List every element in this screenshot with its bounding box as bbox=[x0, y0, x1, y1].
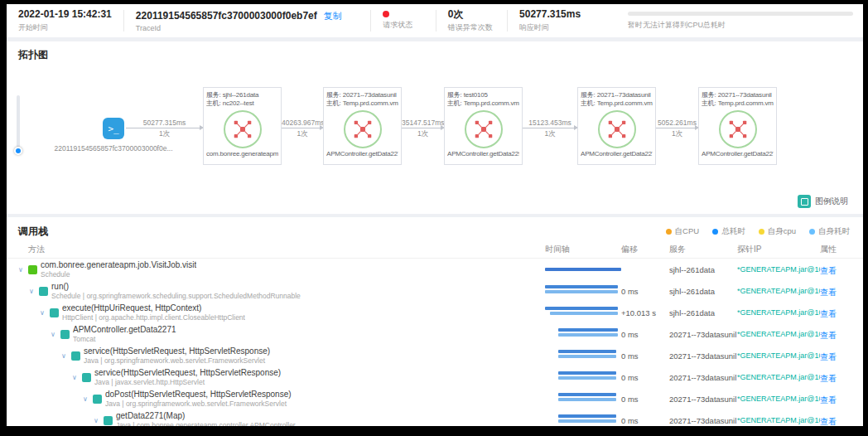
topology-node[interactable]: 服务: sjhl--261data 主机: nc202--test com.bo… bbox=[203, 87, 282, 165]
view-attributes-link[interactable]: 查看 bbox=[820, 374, 837, 383]
method-name: run() bbox=[51, 282, 301, 291]
view-attributes-link[interactable]: 查看 bbox=[820, 395, 837, 405]
entry-terminal-icon[interactable]: >_ bbox=[103, 118, 124, 139]
call-stack-rows: ∨ com.bonree.generateapm.job.VisitJob.vi… bbox=[7, 259, 863, 426]
call-stack-row[interactable]: ∨ com.bonree.generateapm.job.VisitJob.vi… bbox=[7, 259, 863, 280]
call-stack-row[interactable]: ∨ service(HttpServletRequest, HttpServle… bbox=[7, 345, 863, 366]
edge-count: 1次 bbox=[402, 128, 444, 138]
timeline-bar bbox=[545, 307, 618, 310]
chevron-down-icon[interactable]: ∨ bbox=[27, 288, 36, 295]
stat-request-status: 请求状态 bbox=[371, 4, 436, 37]
call-stack-row[interactable]: ∨ doPost(HttpServletRequest, HttpServlet… bbox=[7, 388, 863, 409]
probe-ip-link[interactable]: *GENERATEAPM.jar@10.241.3.204 bbox=[737, 395, 820, 403]
timeline-bars bbox=[545, 280, 621, 302]
topology-node[interactable]: 服务: 20271--73datasunil 主机: Temp.prd.comm… bbox=[698, 87, 777, 165]
method-name: service(HttpServletRequest, HttpServletR… bbox=[84, 346, 270, 356]
legend-item: 自身cpu bbox=[759, 226, 796, 237]
zoom-slider-track[interactable] bbox=[17, 95, 20, 153]
method-name: doPost(HttpServletRequest, HttpServletRe… bbox=[105, 390, 292, 399]
topology-node[interactable]: 服务: test0105 主机: Temp.prd.comm.vm.by.idc… bbox=[444, 87, 523, 165]
method-detail: Java | com.bonree.generateapm.controller… bbox=[116, 421, 296, 426]
legend-label: 自CPU bbox=[675, 226, 700, 237]
view-attributes-link[interactable]: 查看 bbox=[820, 288, 837, 297]
probe-ip-link[interactable]: *GENERATEAPM.jar@10.241.3.204 bbox=[737, 373, 820, 381]
error-count-value: 0次 bbox=[448, 8, 495, 20]
service-name: 20271--73datasunil bbox=[669, 373, 737, 382]
probe-ip-link[interactable]: *GENERATEAPM.jar@10.241.3.204 bbox=[737, 416, 820, 424]
trace-summary-bar: 2022-01-19 15:42:31 开始时间 220119154565857… bbox=[7, 4, 863, 37]
edge-duration: 15123.453ms bbox=[523, 118, 577, 128]
view-attributes-link[interactable]: 查看 bbox=[820, 352, 837, 361]
column-offset: 偏移 bbox=[621, 244, 669, 255]
node-service: 服务: 20271--73datasunil bbox=[702, 91, 774, 99]
view-attributes-link[interactable]: 查看 bbox=[820, 417, 837, 426]
probe-ip-link[interactable]: *GENERATEAPM.jar@10.241.3.202 bbox=[737, 308, 820, 317]
column-probe-ip: 探针IP bbox=[737, 244, 820, 255]
offset-value: +10.013 s bbox=[621, 308, 669, 317]
chevron-down-icon[interactable]: ∨ bbox=[60, 352, 68, 360]
timeline-bars bbox=[545, 409, 621, 426]
legend-help-button[interactable]: 图例说明 bbox=[798, 195, 848, 208]
timeline-bars bbox=[545, 302, 621, 323]
chevron-down-icon[interactable]: ∨ bbox=[70, 374, 79, 381]
method-cell: ∨ run() Schedule | org.springframework.s… bbox=[7, 280, 545, 302]
view-attributes-link[interactable]: 查看 bbox=[820, 309, 837, 318]
column-timeline: 时间轴 bbox=[545, 244, 621, 255]
timeline-bars bbox=[545, 366, 621, 388]
probe-ip-link[interactable]: *GENERATEAPM.jar@10.241.3.204 bbox=[737, 351, 820, 360]
call-stack-row[interactable]: ∨ service(HttpServletRequest, HttpServle… bbox=[7, 366, 863, 388]
method-detail: Java | org.springframework.web.servlet.F… bbox=[105, 400, 292, 408]
call-stack-row[interactable]: ∨ APMController.getData2271 Tomcat 0 ms … bbox=[7, 323, 863, 345]
method-cell: ∨ APMController.getData2271 Tomcat bbox=[7, 323, 545, 345]
view-attributes-link[interactable]: 查看 bbox=[820, 266, 837, 275]
method-cell: ∨ doPost(HttpServletRequest, HttpServlet… bbox=[7, 388, 545, 409]
service-topology-icon bbox=[606, 119, 628, 140]
topology-edge: 35147.517ms 1次 bbox=[402, 118, 444, 138]
call-stack-row[interactable]: ∨ execute(HttpUriRequest, HttpContext) H… bbox=[7, 302, 863, 323]
node-method: APMController.getData2271 bbox=[326, 150, 398, 157]
method-cell: ∨ getData2271(Map) Java | com.bonree.gen… bbox=[7, 409, 545, 426]
call-stack-header-row: 方法 时间轴 偏移 服务 探针IP 属性 bbox=[7, 240, 863, 259]
stat-trace-id: 220119154565857fc3700003000f0eb7ef 复制 Tr… bbox=[124, 4, 370, 37]
topology-node[interactable]: 服务: 20271--73datasunil 主机: Temp.prd.comm… bbox=[323, 87, 402, 165]
call-stack-row[interactable]: ∨ getData2271(Map) Java | com.bonree.gen… bbox=[7, 409, 863, 426]
chevron-down-icon[interactable]: ∨ bbox=[49, 331, 57, 338]
service-name: sjhl--261data bbox=[669, 308, 737, 317]
node-service: 服务: 20271--73datasunil bbox=[326, 91, 398, 99]
legend-dot bbox=[666, 229, 672, 235]
method-detail: Schedule bbox=[41, 270, 196, 279]
legend-dot bbox=[712, 229, 718, 235]
node-host: 主机: Temp.prd.comm.vm.by.idc.b... bbox=[447, 99, 519, 108]
chevron-down-icon[interactable]: ∨ bbox=[81, 395, 89, 403]
offset-value: 0 ms bbox=[621, 351, 669, 361]
legend-dot bbox=[809, 229, 815, 235]
node-method: APMController.getData2273 bbox=[702, 150, 774, 157]
probe-ip-link[interactable]: *GENERATEAPM.jar@10.241.3.204 bbox=[737, 330, 820, 338]
offset-value: 0 ms bbox=[621, 373, 669, 382]
chevron-down-icon[interactable]: ∨ bbox=[92, 417, 100, 424]
edge-arrow bbox=[656, 128, 698, 128]
view-attributes-link[interactable]: 查看 bbox=[820, 331, 837, 340]
method-name: APMController.getData2271 bbox=[73, 325, 176, 334]
edge-arrow bbox=[126, 128, 203, 128]
cpu-progress-bar bbox=[628, 12, 853, 16]
chevron-down-icon[interactable]: ∨ bbox=[17, 266, 25, 274]
stat-error-count: 0次 错误异常次数 bbox=[436, 4, 507, 37]
topology-node[interactable]: 服务: 20271--73datasunil 主机: Temp.prd.comm… bbox=[577, 87, 656, 165]
node-health-ring bbox=[719, 110, 757, 148]
legend-label: 总耗时 bbox=[721, 226, 745, 237]
zoom-slider-handle[interactable] bbox=[14, 147, 22, 155]
probe-ip-link[interactable]: *GENERATEAPM.jar@10.241.3.202 bbox=[737, 287, 820, 295]
method-type-icon bbox=[28, 265, 37, 274]
copy-trace-id-link[interactable]: 复制 bbox=[324, 10, 342, 22]
service-name: 20271--73datasunil bbox=[669, 351, 737, 361]
timeline-bar bbox=[558, 350, 617, 353]
chevron-down-icon[interactable]: ∨ bbox=[38, 309, 46, 317]
timeline-bar bbox=[558, 328, 619, 332]
offset-value: 0 ms bbox=[621, 395, 669, 404]
probe-ip-link[interactable]: *GENERATEAPM.jar@10.241.3.202 bbox=[737, 265, 820, 274]
service-name: sjhl--261data bbox=[669, 287, 737, 296]
edge-duration: 5052.261ms bbox=[656, 118, 698, 128]
call-stack-row[interactable]: ∨ run() Schedule | org.springframework.s… bbox=[7, 280, 863, 302]
call-stack-title: 调用栈 bbox=[18, 225, 48, 239]
